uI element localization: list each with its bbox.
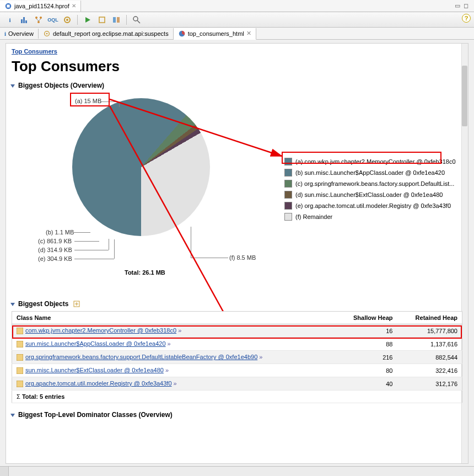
report-tab-bar: i Overview default_report org.eclipse.ma… <box>0 28 474 40</box>
section-biggest-objects-overview[interactable]: Biggest Objects (Overview) <box>10 82 464 89</box>
legend-item-b: (b) sun.misc.Launcher$AppClassLoader @ 0… <box>284 167 456 178</box>
pie-label-f: (f) 8.5 MB <box>229 254 256 261</box>
export-icon[interactable] <box>73 300 80 308</box>
info-icon: i <box>4 30 6 37</box>
svg-rect-23 <box>17 341 23 347</box>
class-icon <box>17 328 23 334</box>
legend-item-d: (d) sun.misc.Launcher$ExtClassLoader @ 0… <box>284 189 456 200</box>
pie-label-b: (b) 1.1 MB <box>46 229 74 236</box>
tab-default-report[interactable]: default_report org.eclipse.mat.api:suspe… <box>39 28 174 39</box>
report-icon <box>43 30 51 38</box>
col-shallow-heap[interactable]: Shallow Heap <box>336 312 397 324</box>
svg-rect-26 <box>17 381 23 387</box>
editor-tab-bar: java_pid11524.hprof ✕ ▭ ◻ <box>0 0 474 12</box>
legend-item-f: (f) Remainder <box>284 211 456 222</box>
class-link[interactable]: org.springframework.beans.factory.suppor… <box>25 354 257 360</box>
maximize-icon[interactable]: ◻ <box>464 2 468 9</box>
search-icon[interactable] <box>132 15 141 24</box>
cell-retained: 15,777,800 <box>397 324 462 338</box>
cell-retained: 312,176 <box>397 377 462 391</box>
svg-point-14 <box>133 17 138 21</box>
section-dominator-classes[interactable]: Biggest Top-Level Dominator Classes (Ove… <box>10 411 464 419</box>
biggest-objects-table-wrap: Class Name Shallow Heap Retained Heap co… <box>12 311 462 403</box>
tab-default-report-label: default_report org.eclipse.mat.api:suspe… <box>53 30 169 37</box>
horizontal-scrollbar[interactable] <box>0 466 474 476</box>
tab-overview[interactable]: i Overview <box>0 29 39 39</box>
cell-shallow: 16 <box>336 324 397 338</box>
window-controls: ▭ ◻ <box>455 2 474 9</box>
biggest-objects-table: Class Name Shallow Heap Retained Heap co… <box>12 311 462 403</box>
table-row[interactable]: com.wkp.jvm.chapter2.MemoryController @ … <box>12 324 462 338</box>
pie-label-d: (d) 314.9 KB <box>38 247 72 253</box>
page-title: Top Consumers <box>12 58 462 75</box>
class-icon <box>17 341 23 347</box>
svg-point-17 <box>46 33 48 34</box>
pie-chart-area: (a) 15 MB (b) 1.1 MB (c) 861.9 KB (d) 31… <box>12 93 462 297</box>
table-row[interactable]: sun.misc.Launcher$ExtClassLoader @ 0xfe1… <box>12 364 462 377</box>
table-total-label: Total: 5 entries <box>22 393 64 400</box>
histogram-icon[interactable] <box>20 15 29 24</box>
breadcrumb-link[interactable]: Top Consumers <box>12 48 57 55</box>
cell-shallow: 88 <box>336 338 397 351</box>
cell-shallow: 216 <box>336 351 397 364</box>
pie-label-c: (c) 861.9 KB <box>38 238 72 244</box>
oql-icon[interactable]: OQL <box>49 15 57 24</box>
class-link[interactable]: org.apache.tomcat.util.modeler.Registry … <box>25 380 172 387</box>
info-icon[interactable]: i <box>6 15 14 24</box>
svg-point-5 <box>35 17 37 19</box>
svg-rect-22 <box>17 328 23 334</box>
section-label: Biggest Objects (Overview) <box>18 82 104 89</box>
col-class-name[interactable]: Class Name <box>12 312 336 324</box>
col-retained-heap[interactable]: Retained Heap <box>397 312 462 324</box>
twisty-icon <box>10 84 15 88</box>
svg-rect-13 <box>117 17 120 23</box>
hprof-file-icon <box>4 2 12 10</box>
svg-rect-25 <box>17 367 23 374</box>
class-icon <box>17 381 23 387</box>
svg-line-15 <box>137 20 140 23</box>
svg-point-9 <box>66 19 68 21</box>
run-icon[interactable] <box>83 15 92 24</box>
table-row[interactable]: org.apache.tomcat.util.modeler.Registry … <box>12 377 462 391</box>
table-row[interactable]: sun.misc.Launcher$AppClassLoader @ 0xfe1… <box>12 338 462 351</box>
breadcrumb: Top Consumers <box>6 44 468 56</box>
close-icon[interactable]: ✕ <box>72 3 76 9</box>
svg-rect-2 <box>21 19 23 23</box>
editor-tab-label: java_pid11524.hprof <box>14 3 69 9</box>
minimize-icon[interactable]: ▭ <box>455 2 460 9</box>
pie-chart <box>72 98 210 236</box>
class-link[interactable]: sun.misc.Launcher$AppClassLoader @ 0xfe1… <box>25 340 166 347</box>
section-label: Biggest Top-Level Dominator Classes (Ove… <box>18 411 173 419</box>
toolbar: i OQL ? <box>0 12 474 28</box>
pie-total-label: Total: 26.1 MB <box>125 269 165 276</box>
class-icon <box>17 367 23 374</box>
twisty-icon <box>10 414 15 417</box>
svg-rect-1 <box>7 4 9 7</box>
svg-rect-3 <box>23 17 25 23</box>
section-biggest-objects[interactable]: Biggest Objects <box>10 300 464 308</box>
svg-rect-24 <box>17 354 23 361</box>
tree-icon[interactable] <box>34 15 43 24</box>
query-icon[interactable] <box>98 15 106 24</box>
editor-tab-hprof[interactable]: java_pid11524.hprof ✕ <box>0 1 81 12</box>
tab-overview-label: Overview <box>8 30 34 37</box>
pie-label-a: (a) 15 MB <box>75 98 101 104</box>
pie-icon <box>178 30 186 38</box>
tab-top-consumers-label: top_consumers_html <box>188 30 244 37</box>
table-row[interactable]: org.springframework.beans.factory.suppor… <box>12 351 462 364</box>
tab-top-consumers[interactable]: top_consumers_html ✕ <box>174 28 256 40</box>
pie-legend: (a) com.wkp.jvm.chapter2.MemoryControlle… <box>284 156 456 222</box>
gear-icon[interactable] <box>63 15 72 24</box>
class-link[interactable]: com.wkp.jvm.chapter2.MemoryController @ … <box>25 327 176 334</box>
class-icon <box>17 354 23 361</box>
cell-shallow: 40 <box>336 377 397 391</box>
class-link[interactable]: sun.misc.Launcher$ExtClassLoader @ 0xfe1… <box>25 367 164 373</box>
compare-icon[interactable] <box>112 15 121 24</box>
legend-item-e: (e) org.apache.tomcat.util.modeler.Regis… <box>284 200 456 211</box>
svg-rect-11 <box>99 17 105 23</box>
svg-point-6 <box>40 17 42 19</box>
svg-point-7 <box>37 21 40 23</box>
table-total-row: Σ Total: 5 entries <box>12 391 462 403</box>
help-icon[interactable]: ? <box>462 14 471 23</box>
close-icon[interactable]: ✕ <box>246 30 251 37</box>
